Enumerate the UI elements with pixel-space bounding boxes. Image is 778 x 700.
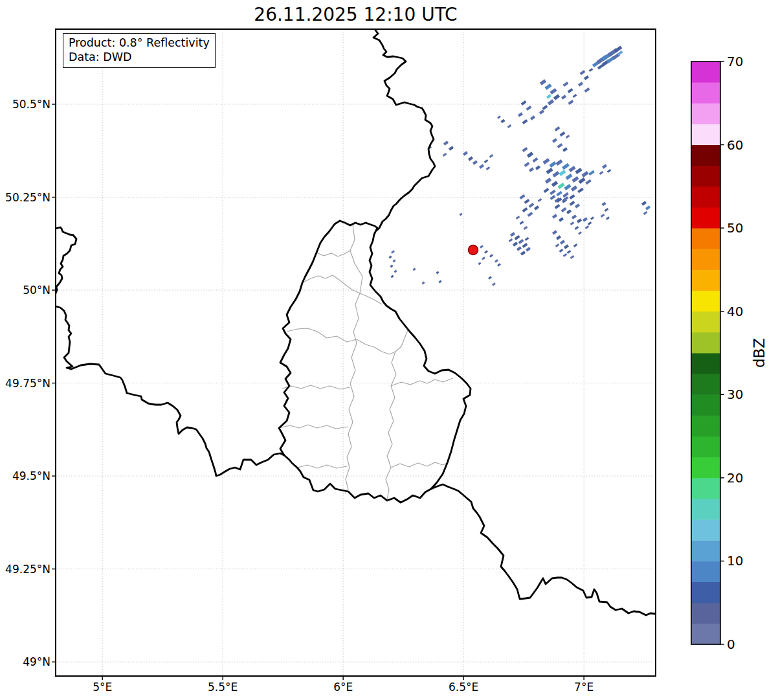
y-tick-label: 50.5°N	[0, 97, 50, 111]
canton-border-line	[391, 462, 447, 468]
echo-cell	[497, 263, 501, 266]
colorbar-band	[691, 269, 720, 291]
national-border-line	[373, 29, 435, 230]
colorbar-band	[691, 311, 720, 333]
echo-cell	[509, 238, 513, 242]
colorbar-tick-label: 10	[727, 552, 766, 569]
x-tick-label: 6°E	[311, 681, 375, 694]
echo-cell	[526, 247, 531, 251]
map-content	[56, 29, 656, 615]
echo-cell	[524, 226, 528, 230]
echo-cell	[535, 165, 540, 170]
colorbar-band	[691, 499, 720, 520]
echo-cell	[507, 124, 512, 128]
echo-cell	[522, 147, 528, 152]
echo-cell	[572, 214, 577, 219]
echo-cell	[542, 105, 548, 110]
colorbar-tick-label: 30	[727, 386, 766, 403]
colorbar-band	[691, 394, 720, 416]
colorbar-band	[691, 124, 720, 145]
colorbar-tick-label: 60	[727, 137, 766, 153]
colorbar-band	[691, 207, 720, 229]
product-info-box: Product: 0.8° Reflectivity Data: DWD	[63, 33, 216, 68]
echo-cell	[529, 203, 535, 208]
echo-cell	[513, 242, 518, 246]
echo-cell	[488, 276, 492, 279]
echo-cell	[563, 253, 568, 257]
colorbar-band	[691, 436, 720, 458]
x-tick-label: 5°E	[70, 681, 135, 694]
y-tick-label: 49.5°N	[0, 469, 50, 483]
echo-cell	[564, 184, 571, 190]
echo-cell	[482, 256, 485, 260]
national-border-line	[56, 227, 76, 293]
echo-cell	[484, 250, 488, 253]
echo-cell	[643, 211, 648, 215]
echo-cell	[439, 280, 442, 284]
echo-cell	[443, 153, 447, 157]
canton-border-line	[386, 352, 396, 499]
echo-cell	[516, 216, 520, 220]
echo-cell	[391, 275, 394, 278]
echo-cell	[552, 214, 557, 218]
echo-cell	[479, 164, 484, 168]
colorbar-band	[691, 603, 720, 624]
echo-cell	[528, 212, 533, 217]
echo-cell	[606, 216, 610, 220]
echo-cell	[489, 154, 494, 158]
echo-cell	[557, 198, 562, 203]
canton-border-line	[317, 251, 350, 256]
echo-cell	[546, 94, 551, 98]
echo-cell	[542, 158, 550, 164]
echo-cell	[563, 82, 569, 87]
echo-cell	[510, 232, 515, 236]
echo-cell	[550, 88, 557, 95]
echo-cell	[557, 183, 564, 189]
echo-cell	[517, 246, 522, 251]
colorbar-band	[691, 62, 720, 83]
radar-echoes	[389, 46, 651, 286]
echo-cell	[573, 243, 578, 247]
echo-cell	[562, 163, 570, 170]
map-canvas	[0, 0, 778, 700]
x-tick-label: 7°E	[551, 681, 616, 694]
echo-cell	[520, 251, 526, 255]
canton-borders	[279, 225, 453, 499]
echo-cell	[578, 82, 583, 86]
colorbar-ticks	[720, 62, 724, 644]
colorbar-band	[691, 82, 720, 104]
y-tick-label: 49.25°N	[0, 562, 50, 576]
echo-cell	[556, 235, 561, 240]
canton-border-line	[279, 425, 348, 429]
echo-cell	[489, 254, 493, 257]
echo-cell	[520, 221, 524, 225]
colorbar-band	[691, 374, 720, 395]
y-tick-label: 50.25°N	[0, 190, 50, 205]
radar-site-marker	[469, 245, 478, 255]
colorbar-bands	[691, 62, 720, 645]
echo-cell	[480, 245, 483, 248]
echo-cell	[565, 174, 572, 180]
echo-cell	[526, 106, 532, 111]
echo-cell	[550, 195, 556, 200]
echo-cell	[449, 146, 454, 150]
colorbar-band	[691, 353, 720, 374]
echo-cell	[572, 176, 579, 183]
colorbar-band	[691, 166, 720, 187]
echo-cell	[561, 95, 566, 99]
echo-cell	[495, 259, 498, 262]
echo-cell	[584, 87, 590, 93]
echo-cell	[460, 213, 463, 216]
echo-cell	[518, 112, 523, 117]
national-border-line	[431, 484, 656, 615]
echo-cell	[575, 226, 579, 230]
echo-cell	[566, 135, 570, 139]
echo-cell	[391, 250, 395, 253]
echo-cell	[557, 143, 563, 148]
echo-cell	[584, 75, 589, 80]
echo-cell	[641, 201, 647, 205]
echo-cell	[590, 216, 594, 220]
echo-cell	[570, 255, 575, 259]
canton-border-line	[350, 225, 362, 293]
echo-cell	[538, 198, 542, 202]
